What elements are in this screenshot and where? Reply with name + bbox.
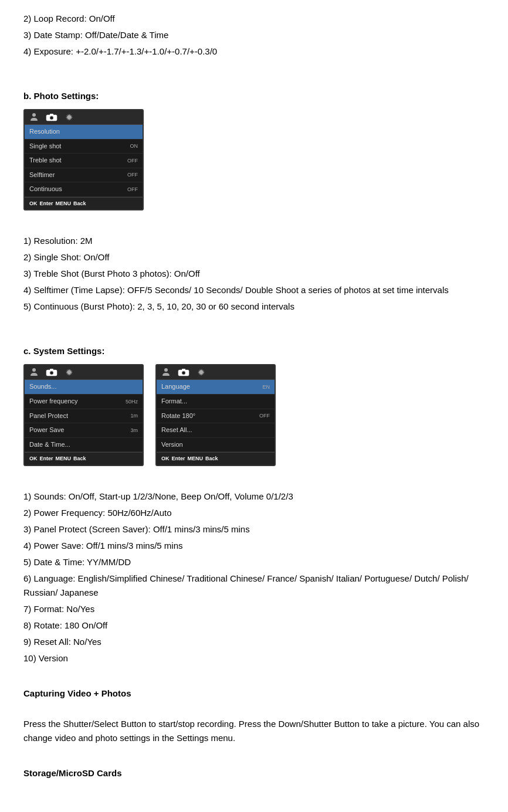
rotate-text: 8) Rotate: 180 On/Off [23, 619, 485, 633]
photo-footer-back-label: Back [73, 199, 86, 208]
reset-all-text: 9) Reset All: No/Yes [23, 635, 485, 649]
selftimer-text: 4) Selftimer (Time Lapse): OFF/5 Seconds… [23, 283, 485, 297]
cam-row-2: Panel Protect1m [25, 409, 143, 424]
res-label-text: 1) Resolution: 2M [23, 234, 485, 248]
sounds-text: 1) Sounds: On/Off, Start-up 1/2/3/None, … [23, 490, 485, 504]
camera-icon-sys2 [178, 368, 189, 377]
cam-row-value-4: OFF [127, 185, 138, 193]
cam-row-3: Reset All... [157, 423, 275, 438]
panel-protect-text: 3) Panel Protect (Screen Saver): Off/1 m… [23, 522, 485, 536]
person-icon [28, 113, 40, 122]
cam-row-1: Single shotON [25, 140, 143, 154]
loop-record-text: 2) Loop Record: On/Off [23, 12, 485, 26]
cam-row-label-3: Selftimer [29, 170, 55, 181]
cam-row-1: Power frequency50Hz [25, 395, 143, 409]
cam-row-label-1: Power frequency [29, 396, 78, 407]
date-stamp-text: 3) Date Stamp: Off/Date/Date & Time [23, 28, 485, 42]
photo-footer-enter-label: Enter [40, 199, 53, 208]
cam-row-value-0: EN [262, 383, 270, 391]
date-time-text: 5) Date & Time: YY/MM/DD [23, 555, 485, 569]
capturing-title: Capturing Video + Photos [23, 687, 485, 701]
sys2-footer: OK Enter MENU Back [157, 452, 275, 464]
sys2-footer-ok: OK [161, 454, 170, 463]
gear-icon-sys1 [63, 368, 75, 377]
cam-row-value-2: 1m [130, 412, 138, 420]
cam-row-label-4: Continuous [29, 184, 62, 195]
gear-icon-photo [63, 113, 75, 122]
cam-row-label-3: Power Save [29, 425, 64, 436]
cam-row-2: Rotate 180°OFF [157, 409, 275, 424]
system-screen-2: LanguageENFormat...Rotate 180°OFFReset A… [155, 364, 276, 466]
power-save-text: 4) Power Save: Off/1 mins/3 mins/5 mins [23, 539, 485, 553]
svg-point-5 [32, 368, 36, 372]
sys1-footer: OK Enter MENU Back [25, 452, 143, 464]
cam-header-photo [25, 110, 143, 125]
svg-point-7 [50, 371, 53, 375]
cam-row-0: LanguageEN [157, 380, 275, 395]
format-text: 7) Format: No/Yes [23, 602, 485, 616]
cam-row-label-4: Date & Time... [29, 440, 70, 450]
camera-icon-sys1 [46, 368, 57, 377]
svg-point-10 [164, 368, 168, 372]
cam-row-4: Date & Time... [25, 438, 143, 453]
cam-row-3: Power Save3m [25, 423, 143, 438]
cam-row-label-2: Treble shot [29, 155, 62, 166]
photo-settings-section: b. Photo Settings: [23, 89, 485, 314]
person-icon-sys1 [28, 368, 40, 377]
single-shot-text: 2) Single Shot: On/Off [23, 250, 485, 264]
sys1-footer-back: Back [73, 454, 86, 463]
svg-rect-13 [182, 369, 185, 371]
storage-title: Storage/MicroSD Cards [23, 766, 485, 780]
sys1-footer-ok: OK [29, 454, 38, 463]
cam-row-label-0: Sounds... [29, 382, 56, 392]
cam-row-0: Sounds... [25, 380, 143, 395]
capturing-body: Press the Shutter/Select Button to start… [23, 717, 485, 745]
cam-row-value-2: OFF [259, 412, 270, 420]
language-text: 6) Language: English/Simplified Chinese/… [23, 572, 485, 600]
capturing-section: Capturing Video + Photos Press the Shutt… [23, 687, 485, 745]
cam-header-sys2 [157, 365, 275, 380]
photo-footer: OK Enter MENU Back [25, 197, 143, 209]
cam-row-1: Format... [157, 395, 275, 409]
sys1-rows: Sounds...Power frequency50HzPanel Protec… [25, 380, 143, 452]
cam-row-0: Resolution [25, 125, 143, 140]
photo-footer-menu: MENU [56, 199, 72, 208]
sys1-footer-menu: MENU [56, 454, 72, 463]
cam-row-label-0: Language [161, 382, 190, 392]
treble-shot-text: 3) Treble Shot (Burst Photo 3 photos): O… [23, 267, 485, 281]
cam-row-label-2: Panel Protect [29, 411, 68, 422]
cam-row-3: SelftimerOFF [25, 168, 143, 183]
cam-row-value-1: ON [130, 142, 138, 150]
system-settings-section: c. System Settings: [23, 344, 485, 665]
cam-row-value-1: 50Hz [126, 397, 138, 406]
photo-settings-title: b. Photo Settings: [23, 89, 485, 103]
svg-rect-3 [50, 114, 53, 115]
cam-header-sys1 [25, 365, 143, 380]
gear-icon-sys2 [195, 368, 207, 377]
cam-row-label-2: Rotate 180° [161, 411, 195, 422]
cam-row-label-4: Version [161, 440, 183, 450]
loop-record-section: 2) Loop Record: On/Off 3) Date Stamp: Of… [23, 12, 485, 59]
continuous-text: 5) Continuous (Burst Photo): 2, 3, 5, 10… [23, 300, 485, 314]
person-icon-sys2 [160, 368, 172, 377]
sys2-rows: LanguageENFormat...Rotate 180°OFFReset A… [157, 380, 275, 452]
cam-row-label-1: Format... [161, 396, 187, 407]
sys1-footer-enter: Enter [40, 454, 53, 463]
system-screen-1: Sounds...Power frequency50HzPanel Protec… [23, 364, 144, 466]
cam-row-value-3: OFF [127, 171, 138, 179]
storage-section: Storage/MicroSD Cards [23, 766, 485, 780]
cam-row-value-2: OFF [127, 157, 138, 165]
sys2-footer-menu: MENU [188, 454, 204, 463]
camera-icon [46, 113, 57, 122]
system-settings-title: c. System Settings: [23, 344, 485, 358]
cam-row-label-1: Single shot [29, 141, 61, 152]
photo-footer-ok: OK [29, 199, 38, 208]
svg-point-12 [182, 371, 185, 375]
cam-row-4: Version [157, 438, 275, 453]
sys2-footer-enter: Enter [172, 454, 185, 463]
power-freq-text: 2) Power Frequency: 50Hz/60Hz/Auto [23, 506, 485, 520]
cam-row-2: Treble shotOFF [25, 154, 143, 168]
cam-row-label-0: Resolution [29, 127, 60, 137]
cam-row-4: ContinuousOFF [25, 182, 143, 197]
photo-settings-screen: ResolutionSingle shotONTreble shotOFFSel… [23, 109, 144, 210]
